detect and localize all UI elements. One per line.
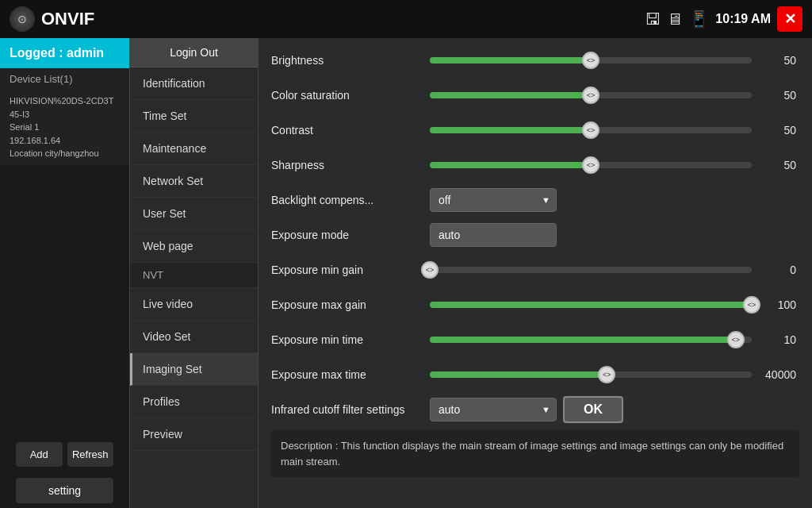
add-button[interactable]: Add <box>16 442 63 467</box>
color-saturation-row: Color saturation <> 50 <box>271 81 799 110</box>
backlight-select[interactable]: off on <box>430 188 557 212</box>
nav-item-time-set[interactable]: Time Set <box>130 100 258 133</box>
nvt-section-header: NVT <box>130 263 258 288</box>
nav-items: Identification Time Set Maintenance Netw… <box>130 67 258 263</box>
contrast-track: <> <box>430 127 752 133</box>
nav-item-network-set[interactable]: Network Set <box>130 165 258 198</box>
sharpness-value: 50 <box>752 159 799 171</box>
monitor-icon: 🖥 <box>667 10 683 29</box>
header: ⊙ ONVIF 🖫 🖥 📱 10:19 AM ✕ <box>0 0 812 38</box>
infrared-dropdown-wrapper[interactable]: auto on off ▼ <box>430 398 557 421</box>
nav-item-identification[interactable]: Identification <box>130 67 258 100</box>
device-list-label: Device List(1) <box>0 68 129 90</box>
contrast-slider-container[interactable]: <> <box>430 122 752 138</box>
exposure-max-time-thumb[interactable]: <> <box>598 366 615 383</box>
left-buttons: Add Refresh <box>8 436 121 473</box>
exposure-mode-input[interactable] <box>430 223 557 247</box>
brightness-fill <box>430 57 591 64</box>
nav-item-web-page[interactable]: Web page <box>130 230 258 263</box>
close-button[interactable]: ✕ <box>777 6 802 32</box>
header-right: 🖫 🖥 📱 10:19 AM ✕ <box>645 6 802 32</box>
infrared-row: Infrared cutoff filter settings auto on … <box>271 395 799 424</box>
ok-button[interactable]: OK <box>563 396 623 423</box>
brightness-row: Brightness <> 50 <box>271 46 799 75</box>
sharpness-row: Sharpness <> 50 <box>271 151 799 179</box>
contrast-value: 50 <box>752 124 799 137</box>
device-model: 45-I3 <box>10 108 120 121</box>
exposure-mode-label: Exposure mode <box>271 229 430 241</box>
exposure-min-gain-label: Exposure min gain <box>271 264 430 276</box>
left-panel: Logged : admin Device List(1) HIKVISION%… <box>0 38 129 508</box>
login-out-button[interactable]: Login Out <box>130 38 258 67</box>
setting-button[interactable]: setting <box>16 478 113 503</box>
infrared-label: Infrared cutoff filter settings <box>271 403 430 416</box>
content-panel: Brightness <> 50 Color saturation <> 50 <box>259 38 812 508</box>
refresh-button[interactable]: Refresh <box>67 442 114 467</box>
exposure-max-time-value: 40000 <box>752 368 799 381</box>
exposure-max-time-fill <box>430 371 607 378</box>
backlight-dropdown-wrapper[interactable]: off on ▼ <box>430 188 557 212</box>
device-name: HIKVISION%20DS-2CD3T <box>10 94 120 108</box>
contrast-label: Contrast <box>271 124 430 137</box>
brightness-thumb[interactable]: <> <box>582 52 599 69</box>
app-title: ONVIF <box>41 9 94 29</box>
color-saturation-slider-container[interactable]: <> <box>430 87 752 103</box>
exposure-max-time-slider-container[interactable]: <> <box>430 367 752 383</box>
brightness-label: Brightness <box>271 54 430 67</box>
exposure-min-gain-thumb[interactable]: <> <box>421 261 439 279</box>
main-layout: Logged : admin Device List(1) HIKVISION%… <box>0 38 812 508</box>
exposure-min-gain-row: Exposure min gain <> 0 <box>271 256 799 284</box>
color-saturation-value: 50 <box>752 89 799 102</box>
exposure-min-gain-slider-container[interactable]: <> <box>430 262 752 278</box>
exposure-max-gain-label: Exposure max gain <box>271 298 430 311</box>
exposure-max-time-label: Exposure max time <box>271 368 430 381</box>
color-saturation-fill <box>430 92 591 98</box>
exposure-min-time-fill <box>430 337 736 343</box>
contrast-fill <box>430 127 591 133</box>
exposure-max-time-track: <> <box>430 371 752 378</box>
exposure-max-gain-row: Exposure max gain <> 100 <box>271 291 799 319</box>
nav-item-imaging-set[interactable]: Imaging Set <box>130 353 258 386</box>
nav-item-user-set[interactable]: User Set <box>130 198 258 230</box>
exposure-max-gain-thumb[interactable]: <> <box>743 296 760 314</box>
color-saturation-track: <> <box>430 92 752 98</box>
nav-panel: Login Out Identification Time Set Mainte… <box>129 38 259 508</box>
device-info: HIKVISION%20DS-2CD3T 45-I3 Serial 1 192.… <box>0 90 129 165</box>
exposure-min-time-thumb[interactable]: <> <box>727 331 745 348</box>
logged-in-bar: Logged : admin <box>0 38 129 68</box>
color-saturation-label: Color saturation <box>271 89 430 102</box>
backlight-row: Backlight compens... off on ▼ <box>271 186 799 214</box>
brightness-track: <> <box>430 57 752 64</box>
left-bottom-buttons: Add Refresh setting <box>0 431 129 508</box>
nav-item-maintenance[interactable]: Maintenance <box>130 133 258 165</box>
exposure-mode-row: Exposure mode <box>271 221 799 249</box>
infrared-select[interactable]: auto on off <box>430 398 557 421</box>
exposure-min-time-label: Exposure min time <box>271 333 430 346</box>
nav-item-video-set[interactable]: Video Set <box>130 321 258 353</box>
exposure-min-time-track: <> <box>430 337 752 343</box>
nav-item-preview[interactable]: Preview <box>130 418 258 451</box>
exposure-max-time-row: Exposure max time <> 40000 <box>271 360 799 389</box>
exposure-max-gain-track: <> <box>430 302 752 308</box>
contrast-thumb[interactable]: <> <box>582 121 599 139</box>
exposure-min-time-row: Exposure min time <> 10 <box>271 325 799 354</box>
clock: 10:19 AM <box>715 12 771 26</box>
exposure-max-gain-slider-container[interactable]: <> <box>430 297 752 313</box>
sharpness-slider-container[interactable]: <> <box>430 157 752 173</box>
exposure-min-time-slider-container[interactable]: <> <box>430 332 752 348</box>
sharpness-label: Sharpness <box>271 159 430 171</box>
brightness-slider-container[interactable]: <> <box>430 52 752 68</box>
description-box: Description : This function displays the… <box>271 430 799 477</box>
exposure-min-gain-track: <> <box>430 267 752 273</box>
backlight-label: Backlight compens... <box>271 194 430 206</box>
device-serial: Serial 1 <box>10 121 120 134</box>
exposure-max-gain-fill <box>430 302 752 308</box>
exposure-min-time-value: 10 <box>752 333 799 346</box>
nvt-items: Live video Video Set Imaging Set Profile… <box>130 288 258 451</box>
nav-item-profiles[interactable]: Profiles <box>130 386 258 418</box>
sharpness-thumb[interactable]: <> <box>582 156 599 174</box>
nav-item-live-video[interactable]: Live video <box>130 288 258 321</box>
device-ip: 192.168.1.64 <box>10 134 120 148</box>
color-saturation-thumb[interactable]: <> <box>582 87 599 104</box>
logo-icon: ⊙ <box>10 6 35 32</box>
